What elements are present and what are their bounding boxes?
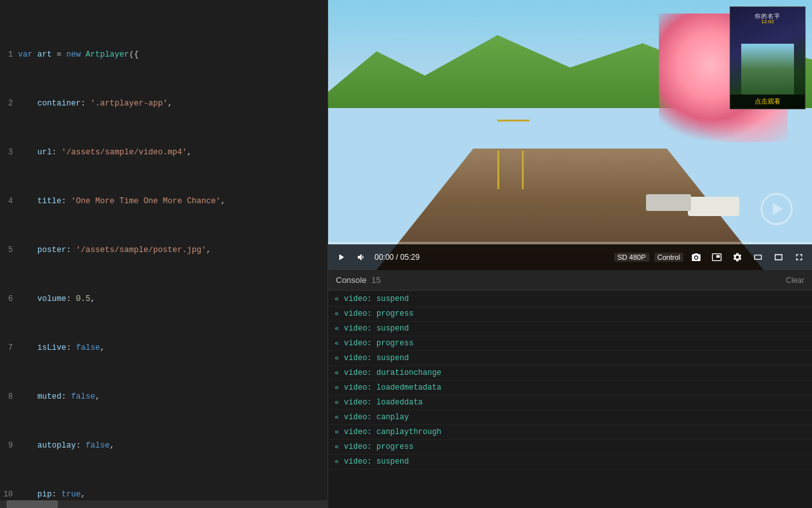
console-entry: «video: durationchange — [328, 366, 812, 381]
thumbnail-text: 点击观看 — [734, 97, 801, 106]
wide-button[interactable] — [771, 251, 786, 264]
console-arrow: « — [335, 382, 339, 394]
console-entry: «video: progress — [328, 307, 812, 322]
play-icon — [336, 252, 346, 262]
console-entry-text: video: suspend — [344, 352, 409, 364]
console-arrow: « — [335, 338, 339, 349]
volume-icon — [356, 252, 367, 262]
console-arrow: « — [335, 397, 339, 408]
console-title: Console 15 — [336, 275, 381, 285]
console-entry-text: video: loadedmetadata — [344, 382, 441, 394]
console-entry-text: video: suspend — [344, 456, 409, 467]
console-entry: «video: suspend — [328, 351, 812, 366]
console-entry: «video: loadedmetadata — [328, 381, 812, 395]
console-title-text: Console — [336, 275, 367, 285]
watermark-play-button — [761, 193, 793, 225]
screenshot-icon — [691, 252, 701, 262]
console-arrow: « — [335, 323, 339, 334]
console-arrow: « — [335, 367, 339, 379]
console-arrow: « — [335, 352, 339, 364]
console-entry: «video: canplaythrough — [328, 425, 812, 440]
control-label[interactable]: Control — [654, 253, 683, 262]
console-entry-text: video: loadeddata — [344, 397, 423, 408]
wide-icon — [773, 252, 784, 262]
console-arrow: « — [335, 293, 339, 305]
screenshot-button[interactable] — [688, 251, 704, 264]
thumbnail-overlay[interactable]: 你的名字 12.02 点击观看 — [730, 6, 806, 109]
console-header: Console 15 Clear — [328, 270, 812, 291]
fullscreen-button[interactable] — [791, 251, 807, 264]
railing-h — [497, 120, 530, 122]
settings-icon — [732, 252, 743, 262]
console-entry-text: video: durationchange — [344, 367, 441, 379]
console-count: 15 — [371, 275, 380, 285]
console-entry-text: video: suspend — [344, 293, 409, 305]
console-entries-list: «video: suspend«video: progress«video: s… — [328, 291, 812, 508]
console-entry-text: video: canplay — [344, 412, 409, 423]
time-display: 00:00 / 05:29 — [374, 253, 420, 262]
settings-button[interactable] — [730, 251, 745, 264]
console-clear-button[interactable]: Clear — [786, 276, 804, 285]
horizontal-scrollbar[interactable] — [0, 500, 328, 508]
console-entry: «video: canplay — [328, 410, 812, 425]
console-arrow: « — [335, 412, 339, 423]
railing-1 — [497, 150, 499, 189]
car-1 — [688, 197, 739, 216]
play-button[interactable] — [333, 251, 349, 264]
console-entry-text: video: suspend — [344, 323, 409, 334]
console-entry: «video: suspend — [328, 455, 812, 469]
console-entry: «video: suspend — [328, 322, 812, 336]
console-entry-text: video: progress — [344, 338, 414, 349]
console-entry-text: video: canplaythrough — [344, 426, 441, 438]
video-controls: 00:00 / 05:29 SD 480P Control — [328, 244, 812, 270]
console-entry: «video: loadeddata — [328, 395, 812, 410]
quality-badge[interactable]: SD 480P — [614, 253, 649, 262]
console-arrow: « — [335, 426, 339, 438]
time-current: 00:00 — [374, 253, 394, 262]
theater-button[interactable] — [750, 251, 766, 264]
theater-icon — [753, 252, 763, 262]
console-entry: «video: suspend — [328, 292, 812, 307]
volume-button[interactable] — [354, 251, 369, 264]
pip-icon — [712, 252, 722, 262]
code-content: 1var art = new Artplayer({ 2 container: … — [0, 0, 328, 508]
time-total: 05:29 — [400, 253, 420, 262]
console-entry: «video: progress — [328, 336, 812, 351]
console-arrow: « — [335, 456, 339, 467]
code-editor[interactable]: 1var art = new Artplayer({ 2 container: … — [0, 0, 328, 508]
scrollbar-thumb[interactable] — [6, 500, 58, 508]
console-arrow: « — [335, 441, 339, 453]
railing-2 — [522, 150, 524, 189]
console-entry-text: video: progress — [344, 308, 414, 320]
console-panel: Console 15 Clear «video: suspend«video: … — [328, 270, 812, 508]
fullscreen-icon — [794, 252, 804, 262]
console-arrow: « — [335, 308, 339, 320]
console-entry: «video: progress — [328, 440, 812, 455]
video-player[interactable]: 你的名字 12.02 点击观看 — [328, 0, 812, 270]
pip-button[interactable] — [709, 251, 724, 264]
console-entry-text: video: progress — [344, 441, 414, 453]
right-panel: 你的名字 12.02 点击观看 — [328, 0, 812, 508]
car-2 — [646, 194, 691, 211]
